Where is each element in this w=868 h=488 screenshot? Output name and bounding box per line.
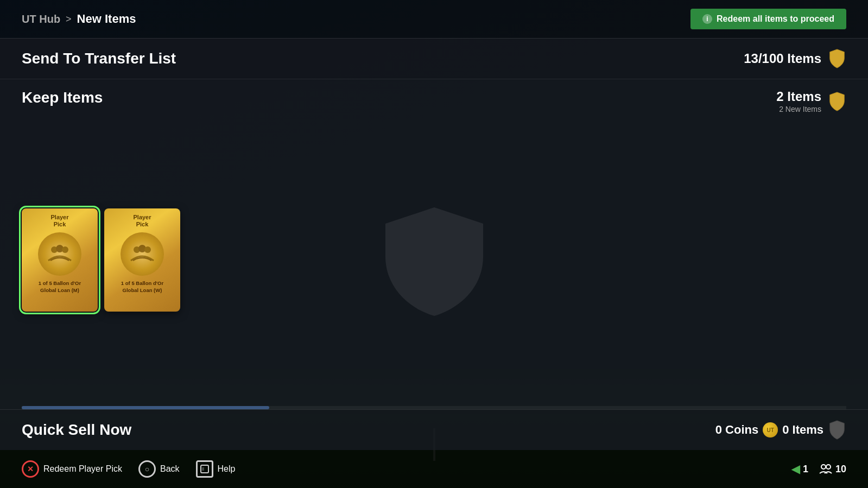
svg-point-6 bbox=[144, 246, 151, 253]
quick-sell-title: Quick Sell Now bbox=[22, 421, 131, 439]
card-2-label: PlayerPick bbox=[129, 208, 155, 230]
cards-area: PlayerPick 1 of 5 Ballon d'OrGlobal Loan… bbox=[0, 119, 868, 406]
quick-sell-items: 0 Items bbox=[782, 423, 823, 437]
info-icon: i bbox=[702, 14, 712, 24]
sections-container: Send To Transfer List 13/100 Items Keep … bbox=[0, 38, 868, 450]
quick-sell-section[interactable]: Quick Sell Now 0 Coins UT 0 Items bbox=[0, 409, 868, 450]
breadcrumb: UT Hub > New Items bbox=[22, 12, 136, 26]
redeem-all-button[interactable]: i Redeem all items to proceed bbox=[690, 9, 846, 29]
breadcrumb-current: New Items bbox=[77, 12, 136, 26]
top-nav: UT Hub > New Items i Redeem all items to… bbox=[0, 0, 868, 38]
card-1-image bbox=[38, 232, 81, 276]
player-pick-card-2[interactable]: PlayerPick 1 of 5 Ballon d'OrGlobal Loan… bbox=[104, 208, 180, 312]
breadcrumb-separator: > bbox=[66, 14, 72, 25]
keep-items-count: 2 Items bbox=[776, 89, 821, 104]
shield-icon-gold bbox=[828, 48, 846, 69]
back-action[interactable]: ○ Back bbox=[138, 460, 180, 478]
circle-button-icon: ○ bbox=[138, 460, 156, 478]
svg-point-3 bbox=[62, 246, 68, 253]
transfer-list-title: Send To Transfer List bbox=[22, 50, 176, 67]
breadcrumb-ut-hub[interactable]: UT Hub bbox=[22, 13, 60, 26]
keep-items-meta: 2 Items 2 New Items bbox=[776, 89, 846, 114]
keep-meta-text: 2 Items 2 New Items bbox=[776, 89, 821, 114]
quick-sell-meta: 0 Coins UT 0 Items bbox=[715, 420, 846, 440]
transfer-list-meta: 13/100 Items bbox=[744, 48, 846, 69]
arrow-icon: ◀ bbox=[791, 462, 800, 476]
redeem-player-pick-label: Redeem Player Pick bbox=[43, 464, 122, 474]
svg-point-8 bbox=[821, 465, 826, 469]
bottom-actions: ✕ Redeem Player Pick ○ Back Help bbox=[22, 460, 235, 478]
player-pick-card-1[interactable]: PlayerPick 1 of 5 Ballon d'OrGlobal Loan… bbox=[22, 208, 98, 312]
help-action[interactable]: Help bbox=[196, 460, 236, 478]
bottom-bar: ✕ Redeem Player Pick ○ Back Help bbox=[0, 450, 868, 488]
card-2-desc: 1 of 5 Ballon d'OrGlobal Loan (W) bbox=[117, 278, 168, 296]
bottom-right: ◀ 1 10 bbox=[791, 462, 846, 476]
x-button-icon: ✕ bbox=[22, 460, 39, 478]
quick-sell-coins: 0 Coins bbox=[715, 423, 758, 437]
redeem-all-label: Redeem all items to proceed bbox=[717, 14, 834, 24]
back-label: Back bbox=[160, 464, 180, 474]
transfer-list-section[interactable]: Send To Transfer List 13/100 Items bbox=[0, 38, 868, 79]
player-count-value: 1 bbox=[803, 464, 808, 475]
keep-shield-icon bbox=[828, 91, 846, 112]
help-label: Help bbox=[218, 464, 236, 474]
main-content: UT Hub > New Items i Redeem all items to… bbox=[0, 0, 868, 488]
transfer-list-count: 13/100 Items bbox=[744, 51, 821, 66]
center-shield-watermark bbox=[380, 202, 489, 324]
people-count: 10 bbox=[819, 464, 846, 475]
player-count: ◀ 1 bbox=[791, 462, 808, 476]
keep-section-header: Keep Items 2 Items 2 New Items bbox=[0, 79, 868, 119]
card-1-label: PlayerPick bbox=[46, 208, 73, 230]
square-button-icon bbox=[196, 460, 213, 478]
people-icon bbox=[819, 464, 832, 474]
scroll-bar bbox=[22, 406, 269, 409]
shield-icon-gray bbox=[828, 420, 846, 440]
coin-icon: UT bbox=[763, 422, 778, 438]
people-count-value: 10 bbox=[835, 464, 846, 475]
card-2-image bbox=[121, 232, 164, 276]
svg-point-9 bbox=[826, 465, 831, 469]
scroll-indicator bbox=[22, 406, 846, 409]
keep-new-items-label: 2 New Items bbox=[779, 105, 821, 113]
keep-items-section: Keep Items 2 Items 2 New Items bbox=[0, 79, 868, 409]
keep-items-title: Keep Items bbox=[22, 89, 103, 106]
card-1-desc: 1 of 5 Ballon d'OrGlobal Loan (M) bbox=[34, 278, 85, 296]
redeem-player-pick-action[interactable]: ✕ Redeem Player Pick bbox=[22, 460, 122, 478]
